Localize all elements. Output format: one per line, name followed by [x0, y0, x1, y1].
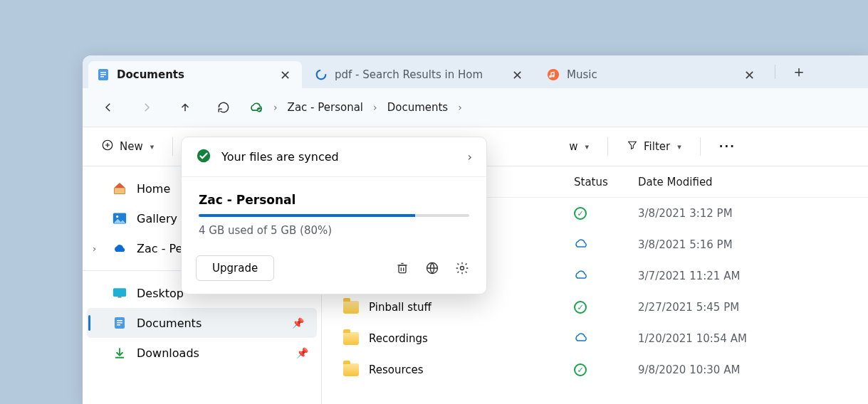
- svg-point-13: [116, 216, 118, 218]
- date-modified: 9/8/2020 10:30 AM: [638, 363, 868, 376]
- upgrade-button[interactable]: Upgrade: [196, 255, 274, 281]
- close-icon[interactable]: ✕: [509, 68, 525, 83]
- tab-documents[interactable]: Documents ✕: [88, 61, 302, 88]
- close-icon[interactable]: ✕: [277, 68, 293, 83]
- document-icon: [97, 68, 110, 81]
- folder-icon: [343, 332, 359, 345]
- synced-icon: ✓: [574, 363, 587, 376]
- svg-rect-19: [117, 324, 120, 326]
- music-icon: [547, 68, 560, 81]
- svg-rect-14: [113, 288, 126, 297]
- divider: [607, 137, 608, 156]
- tab-search-results[interactable]: pdf - Search Results in Hom ✕: [306, 61, 534, 88]
- document-icon: [113, 316, 127, 330]
- filter-button[interactable]: Filter ▾: [621, 135, 687, 158]
- recycle-bin-icon[interactable]: [392, 258, 412, 278]
- navigation-bar: › Zac - Personal › Documents ›: [83, 88, 868, 127]
- table-row[interactable]: Pinball stuff✓2/27/2021 5:45 PM: [322, 292, 868, 323]
- chevron-right-icon[interactable]: ›: [272, 102, 279, 113]
- onedrive-synced-icon: [249, 100, 263, 115]
- filter-label: Filter: [644, 140, 670, 153]
- popup-body: Zac - Personal 4 GB used of 5 GB (80%): [182, 177, 486, 244]
- date-modified: 3/7/2021 11:21 AM: [638, 270, 868, 282]
- gear-icon[interactable]: [452, 258, 472, 278]
- plus-circle-icon: [101, 139, 114, 154]
- view-label: w: [569, 140, 577, 153]
- sidebar-label: Documents: [137, 317, 202, 330]
- svg-rect-17: [117, 320, 122, 321]
- tab-title: pdf - Search Results in Hom: [335, 68, 502, 81]
- pin-icon[interactable]: 📌: [296, 347, 308, 358]
- popup-footer: Upgrade: [182, 244, 486, 294]
- refresh-button[interactable]: [211, 95, 236, 120]
- tab-title: Music: [567, 68, 734, 81]
- divider: [700, 137, 701, 156]
- svg-rect-21: [399, 265, 406, 273]
- loading-spinner-icon: [315, 68, 328, 81]
- chevron-down-icon: ▾: [677, 142, 681, 152]
- up-button[interactable]: [172, 95, 198, 120]
- tab-music[interactable]: Music ✕: [538, 61, 766, 88]
- new-tab-button[interactable]: ＋: [784, 61, 814, 83]
- chevron-right-icon[interactable]: ›: [468, 150, 472, 164]
- chevron-right-icon[interactable]: ›: [456, 102, 464, 113]
- forward-button[interactable]: [134, 95, 160, 120]
- svg-rect-2: [100, 74, 106, 75]
- chevron-down-icon: ▾: [150, 142, 155, 152]
- synced-icon: ✓: [574, 207, 587, 220]
- synced-icon: ✓: [574, 301, 587, 314]
- sidebar-label: Home: [137, 182, 170, 196]
- column-status[interactable]: Status: [574, 176, 638, 188]
- table-row[interactable]: Resources✓9/8/2020 10:30 AM: [322, 354, 868, 386]
- table-row[interactable]: Recordings1/20/2021 10:54 AM: [322, 323, 868, 354]
- new-label: New: [120, 140, 143, 153]
- back-button[interactable]: [95, 95, 121, 120]
- downloads-icon: [113, 346, 127, 360]
- breadcrumb: › Zac - Personal › Documents ›: [249, 100, 464, 115]
- date-modified: 3/8/2021 5:16 PM: [638, 238, 868, 251]
- cloud-icon: [574, 238, 588, 251]
- storage-quota-text: 4 GB used of 5 GB (80%): [199, 224, 469, 237]
- popup-headline: Your files are synced: [221, 150, 458, 164]
- more-button[interactable]: ···: [713, 136, 741, 157]
- column-date-modified[interactable]: Date Modified: [638, 176, 868, 188]
- date-modified: 2/27/2021 5:45 PM: [638, 301, 868, 314]
- svg-point-5: [548, 69, 559, 80]
- file-name: Pinball stuff: [369, 301, 432, 314]
- popup-header[interactable]: Your files are synced ›: [182, 137, 486, 177]
- breadcrumb-current[interactable]: Documents: [387, 101, 449, 114]
- divider: [775, 65, 775, 79]
- divider: [172, 137, 173, 156]
- home-icon: [113, 181, 127, 196]
- check-circle-icon: [196, 148, 211, 166]
- folder-icon: [343, 363, 359, 376]
- breadcrumb-root[interactable]: Zac - Personal: [288, 101, 363, 114]
- file-name: Resources: [369, 363, 424, 376]
- cloud-icon: [574, 270, 588, 282]
- sidebar-item-documents[interactable]: Documents 📌: [87, 308, 317, 338]
- chevron-right-icon[interactable]: ›: [372, 102, 379, 113]
- pin-icon[interactable]: 📌: [292, 317, 304, 329]
- sidebar-item-downloads[interactable]: Downloads 📌: [83, 338, 321, 368]
- sidebar-label: Gallery: [137, 212, 177, 225]
- onedrive-sync-popup: Your files are synced › Zac - Personal 4…: [181, 137, 487, 294]
- date-modified: 1/20/2021 10:54 AM: [638, 332, 868, 345]
- close-icon[interactable]: ✕: [741, 68, 758, 83]
- globe-icon[interactable]: [422, 258, 442, 278]
- chevron-down-icon: ▾: [585, 142, 590, 152]
- sidebar-label: Desktop: [137, 287, 184, 300]
- desktop-icon: [113, 286, 127, 300]
- svg-rect-1: [100, 72, 106, 73]
- account-name: Zac - Personal: [199, 193, 469, 207]
- svg-rect-3: [100, 76, 104, 78]
- sidebar-label: Downloads: [137, 346, 199, 360]
- view-button[interactable]: w ▾: [563, 136, 595, 157]
- svg-rect-15: [118, 297, 122, 298]
- cloud-icon: [574, 332, 588, 345]
- new-button[interactable]: New ▾: [95, 134, 160, 159]
- tab-strip: Documents ✕ pdf - Search Results in Hom …: [83, 55, 868, 88]
- onedrive-icon: [113, 241, 127, 255]
- chevron-right-icon[interactable]: ›: [93, 243, 96, 254]
- date-modified: 3/8/2021 3:12 PM: [638, 207, 868, 220]
- folder-icon: [343, 301, 359, 314]
